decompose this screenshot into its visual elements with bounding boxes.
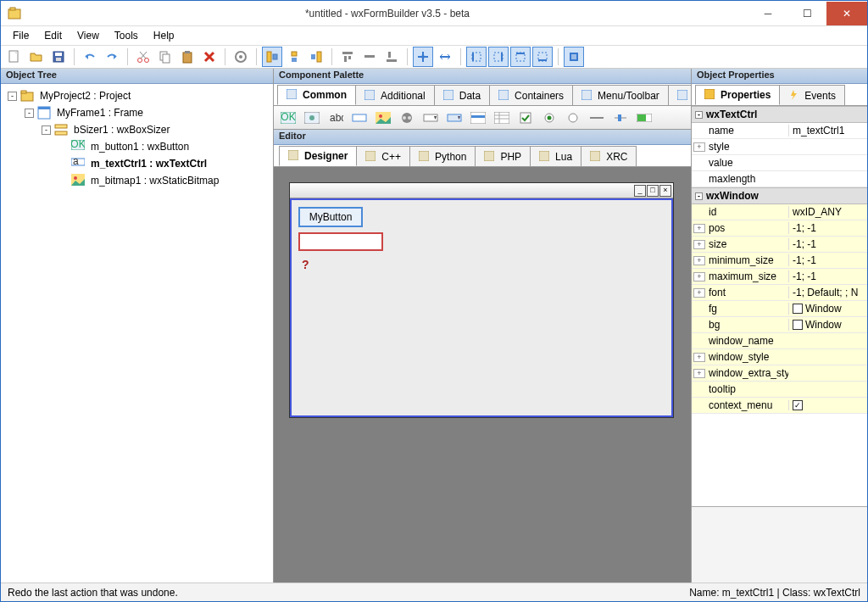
expand-icon[interactable] [413, 47, 433, 67]
palette-choice-icon[interactable] [445, 109, 464, 127]
prop-maxlength[interactable]: maxlength [692, 171, 867, 187]
prop-style[interactable]: +style [692, 139, 867, 155]
align-bottom-icon[interactable] [381, 47, 402, 67]
undo-icon[interactable] [80, 47, 100, 67]
editor-tab-designer[interactable]: Designer [279, 146, 357, 166]
prop-maximum-size[interactable]: +maximum_size-1; -1 [692, 269, 867, 285]
border-right-icon[interactable] [488, 47, 509, 67]
prop-window-name[interactable]: window_name [692, 333, 867, 349]
generate-icon[interactable] [231, 47, 251, 67]
editor-tab-xrc[interactable]: XRC [581, 146, 637, 166]
border-left-icon[interactable] [466, 47, 487, 67]
border-bottom-icon[interactable] [532, 47, 553, 67]
prop-bg[interactable]: bgWindow [692, 317, 867, 333]
redo-icon[interactable] [102, 47, 122, 67]
preview-frame[interactable]: _ □ × MyButton ? [289, 182, 674, 418]
maximize-button[interactable]: ☐ [787, 2, 826, 25]
tree-expand-icon[interactable]: - [8, 92, 17, 101]
copy-icon[interactable] [155, 47, 175, 67]
prop-font[interactable]: +font-1; Default; ; N [692, 285, 867, 301]
palette-slider-icon[interactable] [611, 109, 630, 127]
palette-staticline-icon[interactable] [587, 109, 606, 127]
prop-category-wxwindow[interactable]: -wxWindow [692, 187, 867, 204]
prop-context-menu[interactable]: context_menu✓ [692, 398, 867, 414]
context-menu-checkbox[interactable]: ✓ [793, 400, 803, 410]
preview-close-icon[interactable]: × [659, 185, 671, 197]
delete-icon[interactable] [199, 47, 220, 67]
prop-size[interactable]: +size-1; -1 [692, 237, 867, 253]
prop-window-style[interactable]: +window_style [692, 349, 867, 365]
stretch-icon[interactable] [435, 47, 455, 67]
close-button[interactable]: ✕ [826, 2, 867, 25]
prop-value[interactable]: value [692, 155, 867, 171]
editor-tab-lua[interactable]: Lua [530, 146, 581, 166]
prop-tooltip[interactable]: tooltip [692, 382, 867, 398]
menu-view[interactable]: View [70, 28, 106, 43]
palette-tab-additional[interactable]: Additional [355, 85, 435, 105]
palette-tab-containers[interactable]: Containers [489, 85, 573, 105]
preview-min-icon[interactable]: _ [634, 185, 646, 197]
palette-checkbox-icon[interactable] [516, 109, 535, 127]
palette-listctrl-icon[interactable] [492, 109, 511, 127]
palette-radio-icon[interactable] [564, 109, 582, 127]
align-center-v-icon[interactable] [359, 47, 380, 67]
align-right-icon[interactable] [306, 47, 326, 67]
prop-name[interactable]: namem_textCtrl1 [692, 123, 867, 139]
object-tree[interactable]: -MyProject2 : Project-MyFrame1 : Frame-b… [1, 84, 273, 582]
tab-events[interactable]: Events [779, 85, 845, 105]
prop-pos[interactable]: +pos-1; -1 [692, 220, 867, 237]
editor-tab-php[interactable]: PHP [475, 146, 531, 166]
prop-fg[interactable]: fgWindow [692, 301, 867, 317]
tab-properties[interactable]: Properties [695, 85, 780, 105]
prop-window-extra-style[interactable]: +window_extra_style [692, 365, 867, 382]
editor-tab-c-[interactable]: C++ [356, 146, 410, 166]
palette-bitmap-icon[interactable] [374, 109, 392, 127]
open-icon[interactable] [26, 47, 47, 67]
menu-file[interactable]: File [6, 28, 36, 43]
save-icon[interactable] [48, 47, 69, 67]
preview-max-icon[interactable]: □ [647, 185, 659, 197]
minimize-button[interactable]: ─ [748, 2, 787, 25]
palette-radio-on-icon[interactable] [540, 109, 559, 127]
prop-id[interactable]: idwxID_ANY [692, 204, 867, 220]
prop-minimum-size[interactable]: +minimum_size-1; -1 [692, 253, 867, 269]
menu-help[interactable]: Help [147, 28, 181, 43]
settings-icon[interactable] [564, 47, 584, 67]
palette-listbox-icon[interactable] [469, 109, 487, 127]
palette-static-text-icon[interactable]: abc [326, 109, 345, 127]
palette-gauge-icon[interactable] [635, 109, 654, 127]
menu-tools[interactable]: Tools [108, 28, 145, 43]
editor-tab-python[interactable]: Python [409, 146, 476, 166]
tree-item[interactable]: OKm_button1 : wxButton [3, 138, 271, 155]
tree-item[interactable]: am_textCtrl1 : wxTextCtrl [3, 155, 271, 172]
paste-icon[interactable] [177, 47, 198, 67]
align-top-icon[interactable] [337, 47, 358, 67]
align-center-h-icon[interactable] [284, 47, 304, 67]
cut-icon[interactable] [133, 47, 153, 67]
preview-textctrl[interactable] [298, 232, 383, 251]
palette-button-icon[interactable]: OK [279, 109, 298, 127]
preview-button[interactable]: MyButton [298, 207, 363, 227]
properties-panel: Object Properties Properties Events -wxT… [691, 69, 867, 582]
new-icon[interactable] [4, 47, 25, 67]
palette-tab-common[interactable]: Common [277, 85, 356, 105]
tree-expand-icon[interactable]: - [25, 109, 34, 118]
tree-item[interactable]: -MyFrame1 : Frame [3, 104, 271, 121]
tree-item[interactable]: -MyProject2 : Project [3, 87, 271, 104]
palette-tab-menu-toolbar[interactable]: Menu/Toolbar [572, 85, 669, 105]
tree-item[interactable]: -bSizer1 : wxBoxSizer [3, 121, 271, 138]
palette-textctrl-icon[interactable] [350, 109, 369, 127]
palette-tab-data[interactable]: Data [434, 85, 490, 105]
tree-expand-icon[interactable]: - [42, 125, 51, 135]
menu-edit[interactable]: Edit [37, 28, 69, 43]
align-left-icon[interactable] [262, 47, 282, 67]
properties-grid[interactable]: -wxTextCtrl namem_textCtrl1 +style value… [692, 106, 867, 506]
svg-rect-80 [637, 114, 646, 121]
palette-combo-icon[interactable] [421, 109, 440, 127]
palette-bmpbutton-icon[interactable] [303, 109, 321, 127]
prop-category-wxtextctrl[interactable]: -wxTextCtrl [692, 106, 867, 123]
designer-canvas[interactable]: _ □ × MyButton ? [274, 167, 691, 582]
border-top-icon[interactable] [510, 47, 531, 67]
palette-anim-icon[interactable] [398, 109, 416, 127]
tree-item[interactable]: m_bitmap1 : wxStaticBitmap [3, 172, 271, 189]
